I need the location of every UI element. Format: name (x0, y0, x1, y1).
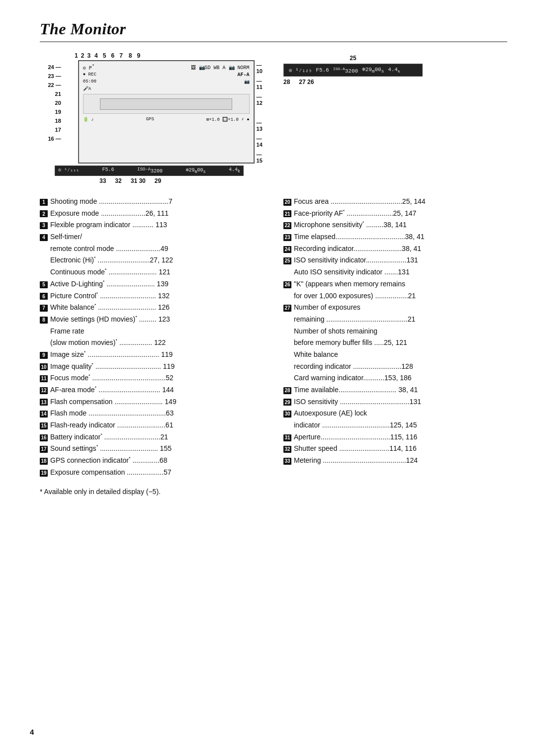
diag-num-10: — 10 (257, 62, 268, 74)
item-num-2: 2 (40, 210, 48, 217)
title-divider (40, 41, 507, 42)
item-num-13: 13 (40, 399, 48, 406)
item-num-15: 15 (40, 422, 48, 429)
item-num-19: 19 (40, 470, 48, 477)
diag-num-7: 7 (119, 52, 123, 59)
list-item-32: 32 Shutter speed .......................… (283, 443, 507, 454)
item-num-30: 30 (283, 411, 291, 418)
list-sub-4b: Electronic (Hi)* .......................… (40, 255, 264, 266)
camera-diagram-left: 1 2 3 4 5 6 7 8 9 24 — 23 — 22 — 21 20 1… (40, 52, 268, 184)
screen-row-rec: ● REC AF-A (83, 71, 250, 78)
list-item-4: 4 Self-timer/ (40, 232, 264, 243)
diag-num-20: 20 (40, 100, 61, 106)
diag-num-18: 18 (40, 118, 61, 124)
diag-num-22: 22 — (40, 82, 61, 88)
list-sub-25a: Auto ISO sensitivity indicator .......13… (283, 267, 507, 278)
list-item-20: 20 Focus area ..........................… (283, 196, 507, 207)
list-item-21: 21 Face-priority AF* ...................… (283, 208, 507, 219)
diag-num-33: 33 (99, 177, 106, 184)
list-sub-26a: for over 1,000 exposures) ..............… (283, 291, 507, 302)
list-sub-27d: White balance (283, 349, 507, 360)
item-num-21: 21 (283, 210, 291, 217)
item-num-25: 25 (283, 257, 291, 264)
list-item-9: 9 Image size* ..........................… (40, 349, 264, 360)
list-item-25: 25 ISO sensitivity indicator............… (283, 255, 507, 266)
diag-num-25-label: 25 (283, 55, 423, 62)
item-num-11: 11 (40, 375, 48, 382)
item-num-1: 1 (40, 199, 48, 206)
list-item-17: 17 Sound settings* .....................… (40, 443, 264, 454)
list-sub-8a: Frame rate (40, 326, 264, 337)
list-item-15: 15 Flash-ready indicator ...............… (40, 420, 264, 431)
list-item-13: 13 Flash compensation ..................… (40, 397, 264, 408)
list-sub-30a: indicator ..............................… (283, 420, 507, 431)
camera-diagram-right: 25 ⊙ ¹⁄₁₂₅ F5.6 ISO-A3200 ❄29m00s 4.4k 2… (283, 52, 423, 85)
screen-row-1: ⊙ P* 🖼 📷SD WB A 📷 NORM (83, 64, 250, 71)
diag-num-9: 9 (137, 52, 141, 59)
diag-num-28: 28 (283, 79, 290, 85)
status-bar-left: ⊙ ¹⁄₁₂₅ F5.6 ISO-A3200 ❄29m00s 4.4k (55, 166, 244, 176)
diag-num-32: 32 (115, 177, 121, 184)
item-num-31: 31 (283, 434, 291, 441)
item-num-6: 6 (40, 293, 48, 300)
left-side-labels: 24 — 23 — 22 — 21 20 19 18 17 16 — (40, 60, 63, 164)
diag-num-31: 31 30 (131, 177, 146, 184)
item-num-7: 7 (40, 305, 48, 312)
diag-num-6: 6 (111, 52, 114, 59)
diag-num-13: — 13 (257, 120, 268, 132)
list-item-23: 23 Time elapsed.........................… (283, 232, 507, 243)
item-num-27: 27 (283, 305, 291, 312)
diag-num-16: 16 — (40, 136, 61, 142)
list-sub-27f: Card warning indicator...........153, 18… (283, 373, 507, 384)
item-num-12: 12 (40, 387, 48, 394)
item-num-9: 9 (40, 352, 48, 359)
list-item-29: 29 ISO sensitivity .....................… (283, 397, 507, 408)
item-num-8: 8 (40, 317, 48, 324)
footnote: * Available only in detailed display (−5… (40, 486, 507, 497)
list-sub-27c: before memory buffer fills .....25, 121 (283, 337, 507, 348)
diag-num-24: 24 — (40, 64, 61, 70)
list-sub-4a: remote control mode ....................… (40, 244, 264, 254)
item-num-3: 3 (40, 222, 48, 229)
list-item-7: 7 White balance* .......................… (40, 302, 264, 313)
item-num-5: 5 (40, 281, 48, 288)
list-item-5: 5 Active D-Lighting* ...................… (40, 279, 264, 290)
list-item-12: 12 AF-area mode* .......................… (40, 385, 264, 396)
item-num-20: 20 (283, 199, 291, 206)
page-number: 4 (30, 728, 34, 736)
item-num-26: 26 (283, 281, 291, 288)
screen-row-bottom: 🔋 ♪ GPS ⊞+1.0 🔲+1.0 ⚡ ● (83, 116, 250, 123)
left-column: 1 Shooting mode ........................… (40, 196, 273, 479)
right-column: 20 Focus area ..........................… (273, 196, 507, 479)
diag-num-12: — 12 (257, 94, 268, 106)
item-num-33: 33 (283, 458, 291, 465)
diag-num-21: 21 (40, 91, 61, 97)
list-item-26: 26 "K" (appears when memory remains (283, 279, 507, 290)
list-item-2: 2 Exposure mode .......................2… (40, 208, 264, 219)
list-item-24: 24 Recording indicator..................… (283, 244, 507, 254)
bottom-numbers-right: 28 27 26 (283, 79, 423, 85)
diagram-area: 1 2 3 4 5 6 7 8 9 24 — 23 — 22 — 21 20 1… (40, 52, 507, 184)
item-num-29: 29 (283, 399, 291, 406)
list-sub-8b: (slow motion movies)* ................. … (40, 337, 264, 348)
list-item-1: 1 Shooting mode ........................… (40, 196, 264, 207)
diag-num-3: 3 (87, 52, 90, 59)
diag-num-1: 1 (75, 52, 78, 59)
diag-num-14: — 14 (257, 136, 268, 148)
list-item-33: 33 Metering ............................… (283, 455, 507, 466)
list-item-19: 19 Exposure compensation ...............… (40, 467, 264, 478)
right-side-labels: — 10 — 11 — 12 — 13 — 14 — 15 (255, 60, 268, 164)
list-item-6: 6 Picture Control* .....................… (40, 291, 264, 302)
diag-num-4: 4 (94, 52, 98, 59)
list-sub-27a: remaining ..............................… (283, 314, 507, 325)
list-item-3: 3 Flexible program indicator ...........… (40, 220, 264, 231)
item-num-17: 17 (40, 446, 48, 453)
screen-row-time: 05:00 📷 (83, 78, 250, 85)
list-item-22: 22 Microphone sensitivity* .........38, … (283, 220, 507, 231)
item-num-14: 14 (40, 411, 48, 418)
bottom-numbers-left: 33 32 31 30 29 (99, 177, 268, 184)
item-num-4: 4 (40, 234, 48, 241)
item-num-28: 28 (283, 387, 291, 394)
diag-num-11: — 11 (257, 78, 268, 90)
secondary-screen: ⊙ ¹⁄₁₂₅ F5.6 ISO-A3200 ❄29m00s 4.4k (283, 64, 423, 77)
